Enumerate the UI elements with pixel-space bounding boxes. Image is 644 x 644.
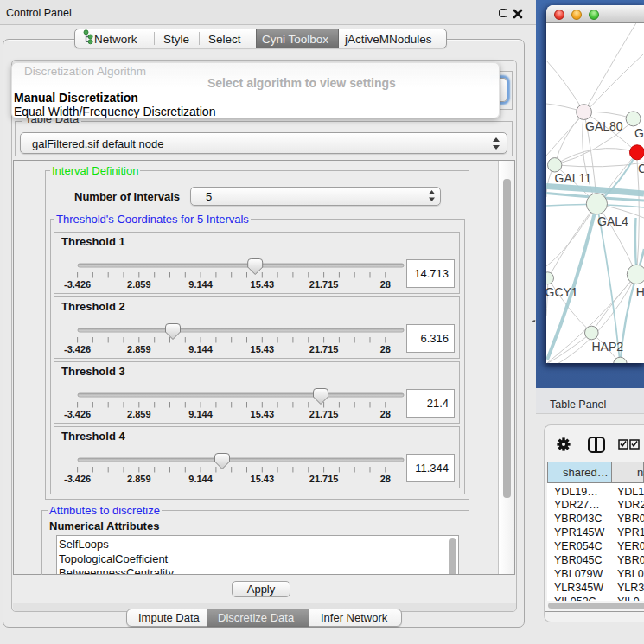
svg-text:21.715: 21.715 [309, 279, 339, 290]
svg-text:2.859: 2.859 [127, 409, 151, 419]
svg-text:28: 28 [380, 409, 391, 419]
svg-text:GCY1: GCY1 [546, 285, 578, 299]
svg-text:15.43: 15.43 [251, 409, 275, 419]
svg-text:2.859: 2.859 [127, 474, 151, 484]
svg-text:H: H [636, 285, 644, 299]
svg-text:9.144: 9.144 [188, 474, 213, 484]
svg-text:9.144: 9.144 [188, 409, 213, 419]
svg-text:28: 28 [380, 344, 391, 354]
svg-text:15.43: 15.43 [251, 279, 275, 290]
svg-text:CY: CY [638, 162, 644, 175]
svg-text:2.859: 2.859 [127, 279, 151, 290]
svg-text:-3.426: -3.426 [64, 474, 91, 484]
svg-text:28: 28 [380, 279, 391, 290]
svg-text:GAL11: GAL11 [555, 171, 592, 185]
svg-text:15.43: 15.43 [251, 474, 275, 484]
svg-text:21.715: 21.715 [309, 474, 339, 484]
svg-text:-3.426: -3.426 [64, 279, 91, 290]
svg-text:21.715: 21.715 [309, 344, 339, 354]
svg-text:21.715: 21.715 [309, 409, 339, 419]
svg-text:HAP2: HAP2 [592, 340, 624, 354]
svg-text:15.43: 15.43 [251, 344, 275, 354]
svg-text:-3.426: -3.426 [64, 344, 91, 354]
svg-text:GAL4: GAL4 [597, 214, 628, 228]
svg-text:GAL80: GAL80 [585, 119, 623, 133]
svg-text:9.144: 9.144 [188, 344, 213, 354]
svg-text:28: 28 [380, 474, 391, 484]
svg-text:9.144: 9.144 [188, 279, 213, 290]
svg-text:GA: GA [634, 126, 644, 140]
svg-text:2.859: 2.859 [127, 344, 151, 354]
svg-text:-3.426: -3.426 [64, 409, 91, 419]
